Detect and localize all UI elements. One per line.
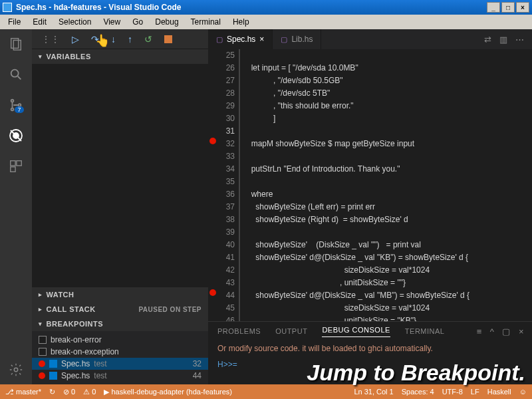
tab-lib-hs[interactable]: ▢Lib.hs [273,29,321,49]
breakpoint-item[interactable]: Spec.hstest44 [32,370,208,382]
svg-line-3 [18,76,21,80]
bottom-panel: PROBLEMSOUTPUTDEBUG CONSOLETERMINAL ≡ ^ … [208,321,532,384]
debug-icon[interactable] [8,128,24,144]
more-icon[interactable]: ⋯ [515,35,524,45]
breakpoint-marker[interactable] [209,138,216,144]
svg-rect-11 [17,161,21,166]
breakpoint-dot-icon [39,360,45,367]
eol[interactable]: LF [471,388,479,396]
breakpoints-header[interactable]: ▾BREAKPOINTS [32,317,208,331]
continue-button[interactable]: ▷ [72,34,79,45]
settings-gear-icon[interactable] [8,362,24,378]
close-panel-icon[interactable]: × [519,327,524,336]
svg-line-9 [11,130,21,141]
watch-header[interactable]: ▸WATCH [32,287,208,302]
panel-tab-debug-console[interactable]: DEBUG CONSOLE [322,326,390,337]
activity-bar: 7 [0,29,32,384]
chevron-right-icon: ▸ [39,291,43,298]
variables-body [32,64,208,287]
variables-header[interactable]: ▾VARIABLES [32,49,208,64]
svg-rect-10 [11,161,15,166]
svg-point-2 [11,70,19,77]
breakpoint-checkbox[interactable] [39,336,47,344]
minimize-button[interactable]: _ [487,2,500,13]
maximize-button[interactable]: □ [501,2,515,13]
panel-tab-output[interactable]: OUTPUT [275,327,307,335]
breakpoint-item[interactable]: break-on-exception [32,346,208,358]
stop-button[interactable] [164,35,172,43]
debug-console[interactable]: Or modify source code. it will be loaded… [208,340,532,384]
restart-button[interactable]: ↺ [144,34,152,45]
app-icon [3,3,12,12]
svg-rect-12 [11,167,15,172]
debug-toolbar: ⋮⋮ ▷ ↷ ↓ ↑ ↺ 👆 [32,29,208,49]
filter-icon[interactable]: ≡ [477,327,482,336]
maximize-panel-icon[interactable]: ▢ [502,327,511,336]
close-button[interactable]: × [516,2,529,13]
tab-spec-hs[interactable]: ▢Spec.hs× [208,29,273,49]
status-bar: ⎇ master* ↻ ⊘ 0 ⚠ 0 ▶ haskell-debug-adap… [0,384,532,399]
breakpoint-item[interactable]: Spec.hstest32 [32,358,208,370]
language-mode[interactable]: Haskell [487,388,511,396]
breakpoint-item[interactable]: break-on-error [32,334,208,346]
menu-go[interactable]: Go [127,16,148,28]
callstack-header[interactable]: ▸CALL STACKPAUSED ON STEP [32,302,208,317]
console-output: Or modify source code. it will be loaded… [217,343,523,354]
editor-area: ▢Spec.hs×▢Lib.hs ⇄ ▥ ⋯ 25262728293031323… [208,29,532,384]
source-control-icon[interactable]: 7 [8,97,24,113]
extensions-icon[interactable] [8,158,24,174]
menu-terminal[interactable]: Terminal [186,16,226,28]
menu-edit[interactable]: Edit [27,16,52,28]
menu-bar: FileEditSelectionViewGoDebugTerminalHelp [0,15,532,29]
menu-file[interactable]: File [3,16,26,28]
step-over-button[interactable]: ↷ [91,34,99,45]
close-tab-icon[interactable]: × [259,35,264,44]
panel-tab-terminal[interactable]: TERMINAL [405,327,445,335]
step-out-button[interactable]: ↑ [128,34,132,45]
menu-debug[interactable]: Debug [150,16,184,28]
chevron-right-icon: ▸ [39,306,43,313]
search-icon[interactable] [8,66,24,82]
compare-icon[interactable]: ⇄ [484,35,491,45]
file-icon: ▢ [216,35,223,44]
breakpoint-checkbox[interactable] [49,360,57,368]
feedback-icon[interactable]: ☺ [519,388,527,396]
breakpoint-checkbox[interactable] [39,348,47,356]
file-icon: ▢ [281,35,287,44]
explorer-icon[interactable] [8,36,24,52]
chevron-down-icon: ▾ [39,53,43,60]
menu-selection[interactable]: Selection [53,16,96,28]
breakpoints-list: break-on-errorbreak-on-exceptionSpec.hst… [32,331,208,384]
editor-actions: ⇄ ▥ ⋯ [484,35,532,45]
indentation[interactable]: Spaces: 4 [402,388,434,396]
step-into-button[interactable]: ↓ [111,34,116,45]
chevron-down-icon: ▾ [39,321,43,327]
sync-icon[interactable]: ↻ [49,388,55,396]
svg-point-13 [14,368,18,372]
menu-help[interactable]: Help [227,16,255,28]
menu-view[interactable]: View [98,16,126,28]
panel-tab-problems[interactable]: PROBLEMS [217,327,261,335]
breakpoint-dot-icon [39,372,45,379]
debug-sidebar: ⋮⋮ ▷ ↷ ↓ ↑ ↺ 👆 ▾VARIABLES ▸WATCH ▸CALL S… [32,29,208,384]
debug-target[interactable]: ▶ haskell-debug-adapter (hda-features) [104,388,232,396]
collapse-icon[interactable]: ^ [490,327,495,336]
scm-badge: 7 [15,106,23,113]
split-icon[interactable]: ▥ [499,35,507,45]
errors-count[interactable]: ⊘ 0 [63,388,75,396]
code-editor[interactable]: 2526272829303132333435363738394041424344… [208,49,532,321]
breakpoint-checkbox[interactable] [49,372,57,380]
window-titlebar: Spec.hs - hda-features - Visual Studio C… [0,0,532,15]
console-prompt: H>>= [217,359,523,370]
window-title: Spec.hs - hda-features - Visual Studio C… [16,3,182,12]
git-branch[interactable]: ⎇ master* [5,388,41,396]
cursor-position[interactable]: Ln 31, Col 1 [354,388,393,396]
svg-point-4 [11,100,14,102]
panel-tabs: PROBLEMSOUTPUTDEBUG CONSOLETERMINAL ≡ ^ … [208,322,532,340]
breakpoint-marker[interactable] [209,289,216,296]
drag-handle-icon[interactable]: ⋮⋮ [41,34,60,45]
encoding[interactable]: UTF-8 [442,388,463,396]
tab-bar: ▢Spec.hs×▢Lib.hs ⇄ ▥ ⋯ [208,29,532,49]
warnings-count[interactable]: ⚠ 0 [83,388,96,396]
svg-point-5 [11,108,14,111]
